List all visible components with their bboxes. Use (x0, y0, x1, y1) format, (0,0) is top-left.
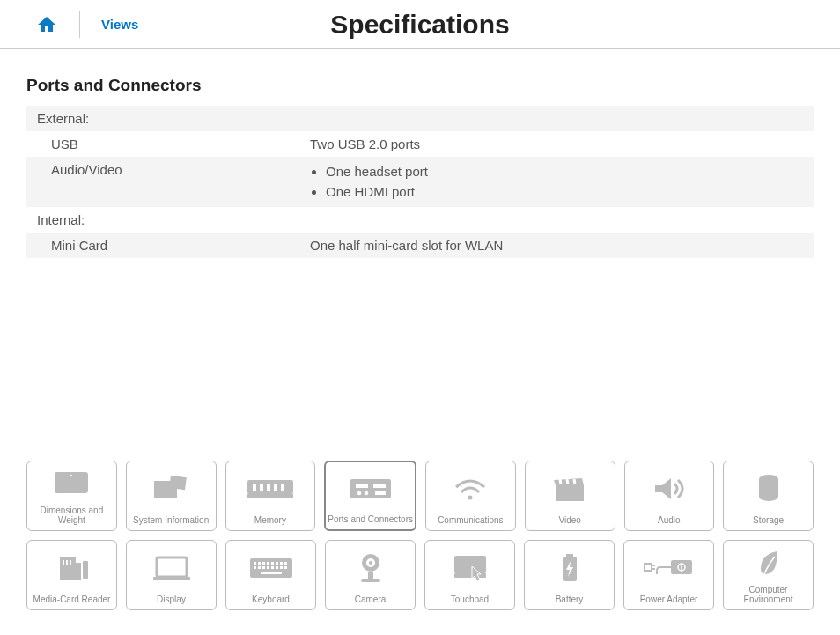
bottom-nav: Dimensions and Weight System Information… (0, 461, 840, 619)
storage-icon (755, 474, 782, 504)
svg-rect-31 (157, 557, 187, 577)
svg-rect-49 (284, 566, 287, 569)
camera-icon (356, 552, 386, 584)
svg-rect-18 (556, 485, 584, 501)
svg-rect-3 (169, 475, 187, 489)
svg-point-14 (357, 491, 361, 495)
nav-ports[interactable]: Ports and Connectors (324, 461, 416, 531)
nav-label: Video (556, 515, 582, 525)
svg-rect-50 (261, 572, 282, 574)
nav-battery[interactable]: Battery (524, 540, 615, 610)
svg-rect-41 (284, 562, 287, 565)
nav-power-adapter[interactable]: Power Adapter (623, 540, 714, 610)
motherboard-icon (151, 474, 191, 504)
svg-rect-34 (254, 562, 256, 565)
svg-rect-38 (271, 562, 274, 565)
display-icon (151, 554, 192, 582)
svg-rect-55 (361, 579, 380, 582)
nav-camera[interactable]: Camera (325, 540, 416, 610)
touchpad-icon (451, 552, 490, 584)
nav-label: Ports and Connectors (326, 514, 415, 524)
svg-rect-11 (350, 479, 391, 498)
svg-rect-9 (281, 484, 284, 491)
svg-rect-7 (267, 484, 270, 491)
section-title: Ports and Connectors (26, 76, 814, 95)
nav-label: Power Adapter (638, 594, 700, 604)
svg-rect-48 (280, 566, 283, 569)
svg-rect-39 (276, 562, 278, 565)
svg-point-1 (70, 475, 72, 476)
speaker-icon (652, 475, 687, 503)
nav-label: Camera (353, 594, 388, 604)
ports-icon (349, 477, 393, 500)
spec-label: USB (26, 131, 299, 157)
nav-system-info[interactable]: System Information (126, 461, 217, 531)
clapper-icon (552, 475, 587, 503)
leaf-icon (755, 548, 782, 578)
svg-rect-45 (267, 566, 269, 569)
svg-point-17 (468, 495, 473, 499)
svg-rect-37 (267, 562, 269, 565)
home-icon[interactable] (35, 14, 58, 35)
svg-rect-35 (258, 562, 261, 565)
svg-rect-8 (274, 484, 277, 491)
nav-keyboard[interactable]: Keyboard (225, 540, 316, 610)
svg-rect-42 (254, 566, 256, 569)
nav-communications[interactable]: Communications (425, 461, 516, 531)
list-item: One headset port (326, 162, 803, 182)
group-header: External: (26, 106, 299, 131)
spec-value: One half mini-card slot for WLAN (299, 233, 814, 258)
nav-label: Audio (656, 515, 682, 525)
battery-icon (560, 552, 579, 584)
table-row: USB Two USB 2.0 ports (26, 131, 814, 157)
nav-audio[interactable]: Audio (624, 461, 715, 531)
svg-point-26 (759, 492, 778, 501)
nav-storage[interactable]: Storage (723, 461, 814, 531)
nav-label: Memory (253, 515, 288, 525)
svg-rect-32 (153, 577, 190, 580)
laptop-closed-icon (49, 469, 93, 498)
svg-rect-40 (280, 562, 283, 565)
svg-rect-43 (258, 566, 261, 569)
nav-label: Touchpad (449, 594, 490, 604)
nav-video[interactable]: Video (525, 461, 615, 531)
spec-value: One headset port One HDMI port (299, 157, 814, 207)
nav-label: Computer Environment (724, 585, 813, 604)
svg-point-15 (364, 491, 368, 495)
nav-dimensions[interactable]: Dimensions and Weight (26, 461, 117, 531)
svg-rect-6 (260, 484, 263, 491)
nav-label: Storage (751, 515, 785, 525)
nav-display[interactable]: Display (126, 540, 217, 610)
svg-rect-44 (262, 566, 265, 569)
keyboard-icon (248, 557, 294, 580)
table-row: Internal: (26, 207, 814, 233)
nav-label: Display (155, 594, 188, 604)
sd-card-icon (55, 554, 90, 582)
nav-label: Media-Card Reader (32, 594, 113, 604)
svg-rect-58 (566, 554, 573, 557)
wifi-icon (453, 475, 488, 503)
svg-rect-13 (373, 484, 386, 488)
nav-label: Keyboard (250, 594, 291, 604)
nav-media-card[interactable]: Media-Card Reader (26, 540, 117, 610)
content-area: Ports and Connectors External: USB Two U… (0, 49, 840, 258)
list-item: One HDMI port (326, 182, 803, 203)
nav-label: System Information (131, 515, 210, 525)
table-row: External: (26, 106, 814, 131)
divider (79, 11, 80, 38)
nav-label: Battery (554, 594, 586, 604)
svg-rect-12 (356, 484, 368, 488)
svg-rect-5 (253, 484, 256, 491)
top-bar: Views Specifications (0, 0, 840, 49)
spec-value: Two USB 2.0 ports (299, 131, 814, 157)
svg-rect-27 (63, 560, 64, 565)
table-row: Mini Card One half mini-card slot for WL… (26, 233, 814, 258)
views-link[interactable]: Views (101, 17, 138, 32)
svg-rect-28 (66, 560, 68, 565)
nav-touchpad[interactable]: Touchpad (424, 540, 515, 610)
nav-memory[interactable]: Memory (225, 461, 316, 531)
svg-rect-30 (83, 561, 88, 579)
svg-rect-56 (454, 556, 486, 573)
nav-environment[interactable]: Computer Environment (723, 540, 814, 610)
svg-rect-16 (375, 491, 386, 495)
